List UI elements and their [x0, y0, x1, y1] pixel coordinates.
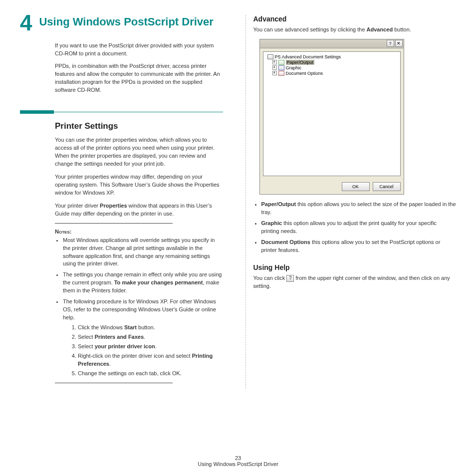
ps-para-1: You can use the printer properties windo…: [55, 136, 223, 168]
page-number: 23: [0, 455, 476, 461]
help-icon[interactable]: ?: [387, 40, 394, 47]
text: .: [144, 334, 145, 340]
text: button.: [137, 324, 155, 330]
tree-label: PS Advanced Document Settings: [275, 54, 341, 59]
text: You can use advanced settings by clickin…: [253, 26, 367, 32]
using-help-para: You can click ? from the upper right cor…: [253, 274, 457, 290]
expand-icon[interactable]: +: [272, 65, 277, 70]
bold-text: Document Options: [261, 239, 310, 245]
bold-text: Start: [124, 324, 137, 330]
bold-text: Printers and Faxes: [95, 334, 144, 340]
help-icon[interactable]: ?: [286, 275, 294, 282]
advanced-dialog: ? ✕ PS Advanced Document Settings + Pape…: [259, 39, 404, 195]
document-icon: [267, 54, 273, 59]
notes-label: Notes:: [55, 229, 223, 235]
bold-text: Graphic: [261, 220, 282, 226]
ok-button[interactable]: OK: [342, 182, 370, 191]
page-footer: 23 Using Windows PostScript Driver: [0, 455, 476, 467]
settings-tree[interactable]: PS Advanced Document Settings + Paper/Ou…: [263, 51, 401, 176]
text: button.: [393, 26, 411, 32]
chapter-number: 4: [20, 13, 32, 33]
options-icon: [278, 71, 284, 76]
advanced-heading: Advanced: [253, 15, 457, 23]
text: Your printer driver: [55, 203, 100, 209]
bold-text: your printer driver icon: [95, 343, 155, 349]
bold-text: Paper/Output: [261, 201, 296, 207]
chapter-header: 4 Using Windows PostScript Driver: [20, 15, 223, 33]
step-3: Select your printer driver icon.: [78, 343, 223, 351]
ps-para-2: Your printer properties window may diffe…: [55, 173, 223, 197]
tree-label: Graphic: [286, 65, 302, 70]
tree-label: Paper/Output: [286, 60, 315, 65]
bold-text: Advanced: [367, 26, 393, 32]
adv-bullet-2: Graphic this option allows you to adjust…: [261, 220, 457, 236]
section-rule: [20, 112, 223, 112]
text: Select: [78, 334, 95, 340]
advanced-bullets: Paper/Output this option allows you to s…: [253, 201, 457, 254]
text: Right-click on the printer driver icon a…: [78, 353, 192, 359]
tree-node-paper-output[interactable]: + Paper/Output: [265, 60, 398, 65]
chapter-title: Using Windows PostScript Driver: [39, 15, 213, 29]
running-title: Using Windows PostScript Driver: [0, 461, 476, 467]
tree-label: Document Options: [286, 71, 323, 76]
notes-rule-top: [55, 223, 173, 224]
text: Click the Windows: [78, 324, 124, 330]
step-1: Click the Windows Start button.: [78, 324, 223, 332]
adv-bullet-3: Document Options this options allow you …: [261, 238, 457, 254]
text: this option allows you to adjust the pri…: [261, 220, 437, 234]
note-item-3: The following procedure is for Windows X…: [63, 298, 223, 377]
note-item-2: The settings you change remain in effect…: [63, 271, 223, 295]
tree-node-document-options[interactable]: + Document Options: [265, 71, 398, 76]
intro-para-2: PPDs, in combination with the PostScript…: [55, 62, 223, 94]
dialog-buttons: OK Cancel: [260, 179, 404, 194]
bold-text: To make your changes permanent: [114, 279, 203, 285]
notes-list: Most Windows applications will override …: [55, 237, 223, 378]
steps-list: Click the Windows Start button. Select P…: [69, 324, 223, 378]
text: .: [155, 343, 157, 349]
dialog-titlebar: ? ✕: [260, 39, 404, 48]
tree-root[interactable]: PS Advanced Document Settings: [265, 54, 398, 59]
step-4: Right-click on the printer driver icon a…: [78, 352, 223, 368]
text: .: [109, 361, 111, 367]
tree-node-graphic[interactable]: + Graphic: [265, 65, 398, 70]
intro-para-1: If you want to use the PostScript driver…: [55, 42, 223, 58]
note-item-1: Most Windows applications will override …: [63, 237, 223, 268]
step-2: Select Printers and Faxes.: [78, 333, 223, 341]
bold-text: Properties: [100, 203, 127, 209]
graphic-icon: [278, 65, 284, 70]
text: You can click: [253, 275, 287, 281]
notes-rule-bottom: [55, 383, 173, 383]
printer-settings-heading: Printer Settings: [55, 121, 223, 131]
advanced-intro: You can use advanced settings by clickin…: [253, 26, 457, 34]
adv-bullet-1: Paper/Output this option allows you to s…: [261, 201, 457, 217]
cancel-button[interactable]: Cancel: [373, 182, 401, 191]
expand-icon[interactable]: +: [272, 71, 277, 75]
expand-icon[interactable]: +: [272, 60, 277, 64]
close-icon[interactable]: ✕: [395, 40, 403, 47]
text: Select: [78, 343, 95, 349]
using-help-heading: Using Help: [253, 263, 457, 271]
text: The following procedure is for Windows X…: [63, 298, 216, 320]
paper-icon: [278, 60, 284, 65]
step-5: Change the settings on each tab, click O…: [78, 370, 223, 378]
ps-para-3: Your printer driver Properties window th…: [55, 202, 223, 218]
